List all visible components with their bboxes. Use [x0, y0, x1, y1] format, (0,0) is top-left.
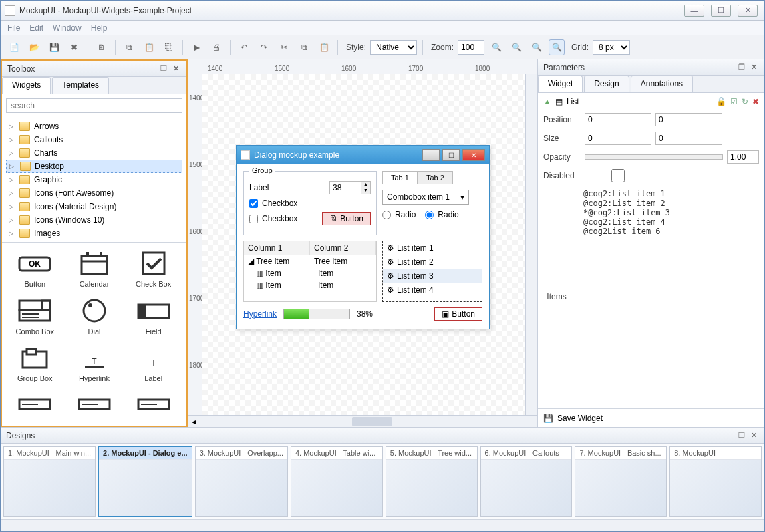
design-card[interactable]: 3. MockupUI - Overlapp...	[195, 446, 288, 517]
canvas[interactable]: Dialog mockup example — ☐ ✕ Group Label	[202, 74, 525, 415]
play-icon[interactable]: ▶	[188, 39, 204, 55]
save-icon[interactable]: 💾	[46, 39, 62, 55]
remove-icon[interactable]: ✖	[752, 97, 759, 106]
save-widget-button[interactable]: 💾 Save Widget	[538, 408, 764, 427]
list-item[interactable]: ⚙List item 2	[383, 255, 482, 269]
combobox[interactable]: Combobox item 1▾	[382, 190, 469, 205]
dialog-maximize-button[interactable]: ☐	[442, 149, 460, 161]
tab-widget[interactable]: Widget	[538, 76, 583, 92]
widget-more[interactable]	[6, 388, 64, 422]
tab-1[interactable]: Tab 1	[382, 171, 418, 184]
undock-params-icon[interactable]: ❐	[736, 63, 747, 72]
menu-window[interactable]: Window	[53, 23, 82, 33]
canvas-hscroll[interactable]: ◂	[188, 415, 537, 427]
design-card[interactable]: 6. MockupUI - Callouts	[480, 446, 573, 517]
copy-icon[interactable]: ⧉	[121, 39, 137, 55]
hyperlink[interactable]: Hyperlink	[243, 309, 277, 319]
widget-hyperlink[interactable]: THyperlink	[65, 341, 124, 386]
paste2-icon[interactable]: 📋	[316, 39, 332, 55]
widget-dial[interactable]: Dial	[65, 294, 124, 339]
widget-button[interactable]: OKButton	[6, 247, 64, 291]
tab-2[interactable]: Tab 2	[418, 171, 453, 184]
tab-widgets[interactable]: Widgets	[2, 77, 51, 94]
radio-2[interactable]: Radio	[425, 210, 458, 219]
refresh-icon[interactable]: ↻	[742, 97, 748, 106]
menu-help[interactable]: Help	[91, 23, 108, 33]
designs-hscroll[interactable]	[1, 519, 764, 531]
folder-icons-font-awesome-[interactable]: ▷Icons (Font Awesome)	[6, 186, 182, 200]
export-icon[interactable]: 🗎	[94, 39, 110, 55]
dialog-minimize-button[interactable]: —	[422, 149, 440, 161]
zoom-fit-icon[interactable]: 🔍	[528, 39, 545, 55]
folder-desktop[interactable]: ▷Desktop	[6, 160, 182, 173]
maximize-button[interactable]: ☐	[711, 5, 731, 17]
widget-check-box[interactable]: Check Box	[124, 247, 182, 291]
menu-edit[interactable]: Edit	[29, 23, 43, 33]
folder-icons-windows-10-[interactable]: ▷Icons (Windows 10)	[6, 213, 182, 227]
close-params-icon[interactable]: ✕	[748, 63, 759, 72]
delete-icon[interactable]: ✖	[66, 39, 82, 55]
paste-icon[interactable]: 📋	[141, 39, 157, 55]
size-h[interactable]	[655, 132, 722, 145]
search-input[interactable]	[6, 98, 182, 113]
undo-icon[interactable]: ↶	[236, 39, 252, 55]
folder-graphic[interactable]: ▷Graphic	[6, 173, 182, 186]
redo-icon[interactable]: ↷	[256, 39, 272, 55]
zoom-input[interactable]	[458, 40, 484, 55]
list-item[interactable]: ⚙List item 3	[383, 269, 482, 283]
design-card[interactable]: 4. MockupUI - Table wi...	[291, 446, 383, 517]
tree-table[interactable]: Column 1Column 2 ◢ Tree itemTree item ▥ …	[243, 241, 377, 302]
radio-1[interactable]: Radio	[382, 210, 416, 219]
zoom-in-icon[interactable]: 🔍	[508, 39, 524, 55]
grid-select[interactable]: 8 px	[593, 40, 630, 55]
design-card[interactable]: 7. MockupUI - Basic sh...	[575, 446, 667, 517]
opacity-value[interactable]	[727, 150, 759, 164]
folder-images[interactable]: ▷Images	[6, 227, 182, 240]
new-icon[interactable]: 📄	[6, 39, 22, 55]
folder-arrows[interactable]: ▷Arrows	[6, 120, 182, 133]
dialog-mockup[interactable]: Dialog mockup example — ☐ ✕ Group Label	[236, 145, 490, 329]
tab-templates[interactable]: Templates	[52, 77, 109, 94]
folder-callouts[interactable]: ▷Callouts	[6, 133, 182, 146]
folder-charts[interactable]: ▷Charts	[6, 146, 182, 160]
dialog-close-button[interactable]: ✕	[462, 149, 485, 161]
minimize-button[interactable]: —	[684, 5, 704, 17]
button-2[interactable]: ▣ Button	[434, 307, 482, 321]
visible-icon[interactable]: ☑	[730, 97, 738, 106]
open-icon[interactable]: 📂	[26, 39, 42, 55]
canvas-vscroll[interactable]	[525, 74, 537, 415]
list-item[interactable]: ⚙List item 1	[383, 241, 482, 255]
list-item[interactable]: ⚙List item 4	[383, 283, 482, 297]
spinner[interactable]: ▲▼	[329, 181, 371, 194]
checkbox-2[interactable]: Checkbox	[249, 214, 297, 223]
position-y[interactable]	[655, 113, 722, 126]
listbox[interactable]: ⚙List item 1⚙List item 2⚙List item 3⚙Lis…	[382, 241, 482, 302]
duplicate-icon[interactable]: ⿻	[161, 39, 177, 55]
widget-combo-box[interactable]: Combo Box	[6, 294, 64, 339]
copy2-icon[interactable]: ⧉	[296, 39, 312, 55]
tab-annotations[interactable]: Annotations	[631, 76, 693, 92]
opacity-slider[interactable]	[585, 154, 723, 160]
cut-icon[interactable]: ✂	[276, 39, 292, 55]
undock-designs-icon[interactable]: ❐	[736, 431, 747, 440]
collapse-icon[interactable]: ▲	[543, 97, 551, 106]
folder-tree[interactable]: ▷Arrows▷Callouts▷Charts▷Desktop▷Graphic▷…	[2, 117, 186, 243]
zoom-actual-icon[interactable]: 🔍	[549, 39, 565, 55]
position-x[interactable]	[585, 113, 651, 126]
close-designs-icon[interactable]: ✕	[748, 431, 759, 440]
widget-more[interactable]	[124, 388, 182, 422]
design-card[interactable]: 2. MockupUI - Dialog e...	[98, 446, 192, 517]
widget-group-box[interactable]: Group Box	[6, 341, 64, 386]
close-panel-icon[interactable]: ✕	[170, 64, 181, 74]
menu-file[interactable]: File	[7, 23, 20, 33]
widget-label[interactable]: TLabel	[124, 341, 182, 386]
close-button[interactable]: ✕	[738, 5, 758, 17]
design-card[interactable]: 5. MockupUI - Tree wid...	[386, 446, 478, 517]
button-1[interactable]: 🖻 Button	[322, 212, 371, 225]
size-w[interactable]	[585, 132, 651, 145]
widget-more[interactable]	[65, 388, 124, 422]
disabled-checkbox[interactable]	[585, 169, 651, 182]
tab-design[interactable]: Design	[584, 76, 629, 92]
checkbox-1[interactable]: Checkbox	[249, 198, 371, 208]
undock-icon[interactable]: ❐	[158, 64, 169, 74]
